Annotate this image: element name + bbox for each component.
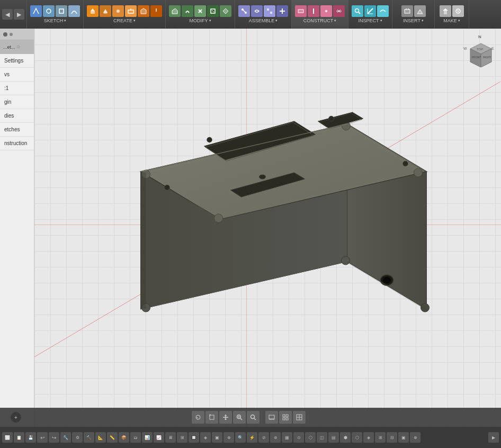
strip-icon-4[interactable]: ↩ xyxy=(37,432,48,443)
expand-button[interactable]: + xyxy=(11,412,21,423)
panel-item-etches[interactable]: etches xyxy=(0,123,34,137)
panel-item-vs[interactable]: vs xyxy=(0,68,34,82)
toolbar-group-make[interactable]: MAKE ▾ xyxy=(435,0,469,29)
toolbar-group-inspect[interactable]: INSPECT ▾ xyxy=(348,0,392,29)
svg-marker-28 xyxy=(443,8,448,11)
strip-arrow-icon[interactable]: ▶ xyxy=(488,432,499,443)
strip-icon-32[interactable]: ◈ xyxy=(363,432,374,443)
strip-icon-2[interactable]: 📋 xyxy=(14,432,24,443)
strip-icon-6[interactable]: 🔧 xyxy=(60,432,71,443)
strip-icon-17[interactable]: 🔲 xyxy=(189,432,199,443)
strip-icon-10[interactable]: 📏 xyxy=(107,432,118,443)
strip-icon-24[interactable]: ⊛ xyxy=(270,432,281,443)
strip-icon-1[interactable]: ⬜ xyxy=(2,432,13,443)
inspect-icon-2 xyxy=(364,5,376,17)
pan-icon[interactable] xyxy=(219,411,232,424)
strip-icon-12[interactable]: 🗂 xyxy=(130,432,141,443)
make-icons xyxy=(440,5,464,17)
strip-icon-30[interactable]: ⬢ xyxy=(340,432,351,443)
strip-icon-8[interactable]: 🔨 xyxy=(84,432,94,443)
sketch-icon-2 xyxy=(43,5,55,17)
strip-icon-20[interactable]: ⊕ xyxy=(223,432,234,443)
toolbar-group-insert[interactable]: INSERT ▾ xyxy=(392,0,435,29)
strip-icon-29[interactable]: ▤ xyxy=(328,432,339,443)
svg-point-51 xyxy=(207,137,212,142)
toolbar-group-modify[interactable]: MODIFY ▾ xyxy=(166,0,235,29)
strip-icon-23[interactable]: ⊘ xyxy=(258,432,269,443)
strip-icon-21[interactable]: 🔍 xyxy=(235,432,246,443)
panel-item-nstruction[interactable]: nstruction xyxy=(0,137,34,150)
strip-icon-9[interactable]: 📐 xyxy=(95,432,106,443)
strip-icon-36[interactable]: ⊕ xyxy=(410,432,421,443)
nav-back-button[interactable]: ◀ xyxy=(2,9,13,20)
panel-section-browser[interactable]: ...et... ⊙ xyxy=(0,40,34,54)
svg-point-50 xyxy=(165,185,170,190)
svg-point-46 xyxy=(260,175,266,179)
3d-model[interactable] xyxy=(34,29,501,427)
svg-text:TOP: TOP xyxy=(477,48,483,51)
orbit-icon[interactable] xyxy=(192,411,204,424)
nav-forward-button[interactable]: ▶ xyxy=(14,9,24,20)
dies-label: dies xyxy=(4,113,14,119)
panel-item-settings[interactable]: Settings xyxy=(0,54,34,68)
strip-icon-7[interactable]: ⚙ xyxy=(72,432,83,443)
panel-header xyxy=(0,29,34,40)
zoom-in-icon[interactable] xyxy=(233,411,246,424)
grid-icon[interactable] xyxy=(279,411,292,424)
strip-icon-28[interactable]: ◫ xyxy=(317,432,327,443)
strip-icon-5[interactable]: ↪ xyxy=(49,432,59,443)
modify-label[interactable]: MODIFY ▾ xyxy=(190,18,211,23)
sketch-label[interactable]: SKETCH ▾ xyxy=(44,18,67,23)
viewport[interactable]: TOP FRONT RIGHT N W E xyxy=(34,29,501,427)
insert-label[interactable]: INSERT ▾ xyxy=(403,18,424,23)
sketch-icon-3 xyxy=(56,5,67,17)
strip-icon-3[interactable]: 💾 xyxy=(25,432,36,443)
strip-icon-13[interactable]: 📊 xyxy=(142,432,153,443)
panel-item-gin[interactable]: gin xyxy=(0,95,34,109)
svg-point-41 xyxy=(421,303,430,312)
toolbar-group-assemble[interactable]: ASSEMBLE ▾ xyxy=(235,0,292,29)
strip-icon-15[interactable]: 🖥 xyxy=(165,432,176,443)
create-label[interactable]: CREATE ▾ xyxy=(113,18,136,23)
panel-item-1[interactable]: :1 xyxy=(0,82,34,95)
strip-icon-27[interactable]: ⬡ xyxy=(305,432,316,443)
construct-icon-4 xyxy=(333,5,345,17)
make-label[interactable]: MAKE ▾ xyxy=(443,18,460,23)
construct-label[interactable]: CONSTRUCT ▾ xyxy=(303,18,337,23)
create-icon-3 xyxy=(112,5,124,17)
toolbar-group-create[interactable]: CREATE ▾ xyxy=(84,0,166,29)
strip-icon-19[interactable]: ▣ xyxy=(212,432,222,443)
strip-icon-18[interactable]: ◈ xyxy=(200,432,211,443)
viewcube[interactable]: TOP FRONT RIGHT N W E xyxy=(462,33,497,67)
strip-icon-11[interactable]: 📦 xyxy=(119,432,129,443)
sketch-icon-1 xyxy=(30,5,42,17)
assemble-label[interactable]: ASSEMBLE ▾ xyxy=(249,18,278,23)
strip-icon-14[interactable]: 📈 xyxy=(154,432,164,443)
panel-dot xyxy=(3,32,7,37)
svg-rect-79 xyxy=(269,415,274,419)
display-mode-icon[interactable] xyxy=(265,411,278,424)
settings-label: Settings xyxy=(4,58,23,64)
svg-point-40 xyxy=(342,256,350,265)
svg-point-71 xyxy=(196,415,200,419)
toolbar-group-sketch[interactable]: SKETCH ▾ xyxy=(27,0,84,29)
strip-icon-35[interactable]: ▣ xyxy=(398,432,409,443)
strip-icon-25[interactable]: ▦ xyxy=(282,432,292,443)
strip-icon-31[interactable]: ⬡ xyxy=(352,432,362,443)
strip-icon-16[interactable]: ⊞ xyxy=(177,432,187,443)
panel-browser-label: ...et... xyxy=(3,44,15,50)
panel-item-dies[interactable]: dies xyxy=(0,109,34,123)
fit-icon[interactable] xyxy=(205,411,218,424)
strip-icon-33[interactable]: ⊞ xyxy=(375,432,386,443)
strip-icon-26[interactable]: ⊙ xyxy=(293,432,304,443)
toolbar-group-construct[interactable]: CONSTRUCT ▾ xyxy=(292,0,348,29)
zoom-extent-icon[interactable] xyxy=(247,411,260,424)
create-icon-6 xyxy=(150,5,162,17)
strip-icon-22[interactable]: ⚡ xyxy=(247,432,257,443)
inspect-icons xyxy=(352,5,389,17)
make-arrow: ▾ xyxy=(458,19,460,23)
inspect-label[interactable]: INSPECT ▾ xyxy=(358,18,382,23)
create-icon-5 xyxy=(138,5,149,17)
strip-icon-34[interactable]: ⊟ xyxy=(387,432,397,443)
layout-icon[interactable] xyxy=(293,411,306,424)
